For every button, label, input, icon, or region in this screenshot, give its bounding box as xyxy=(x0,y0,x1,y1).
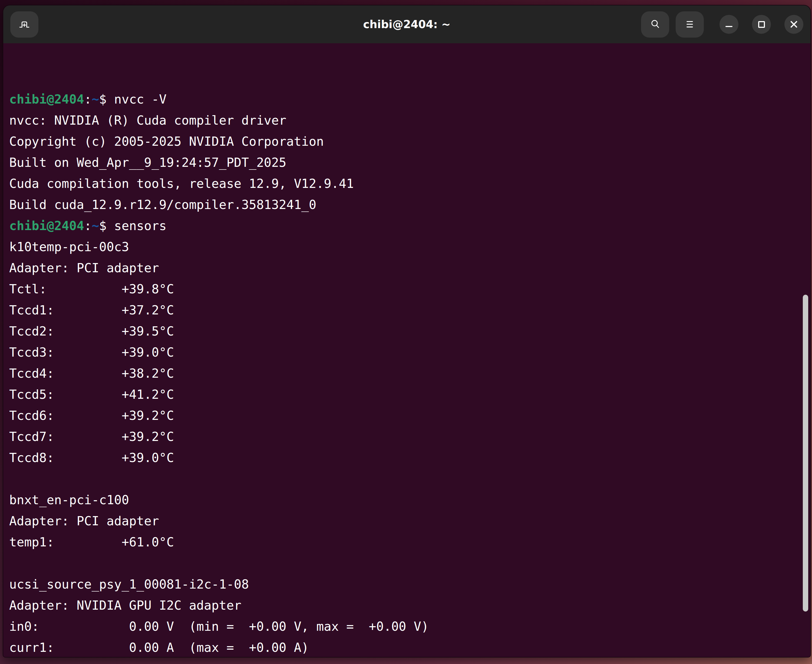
minimize-button[interactable] xyxy=(719,15,739,34)
terminal-line: Tctl: +39.8°C xyxy=(9,278,810,299)
terminal-line: Tccd3: +39.0°C xyxy=(9,342,810,363)
terminal-line: Built on Wed_Apr__9_19:24:57_PDT_2025 xyxy=(9,152,810,173)
new-tab-button[interactable] xyxy=(10,11,38,37)
terminal-line: chibi@2404:~$ sensors xyxy=(9,215,810,236)
terminal-line: Tccd8: +39.0°C xyxy=(9,447,810,468)
close-button[interactable] xyxy=(784,15,803,34)
terminal-line: in0: 0.00 V (min = +0.00 V, max = +0.00 … xyxy=(9,616,810,637)
window-title: chibi@2404: ~ xyxy=(363,18,450,31)
terminal-line: Tccd6: +39.2°C xyxy=(9,405,810,426)
terminal-line: bnxt_en-pci-c100 xyxy=(9,489,810,511)
terminal-output: chibi@2404:~$ nvcc -Vnvcc: NVIDIA (R) Cu… xyxy=(9,89,810,657)
titlebar-controls xyxy=(641,11,803,37)
terminal-line: Build cuda_12.9.r12.9/compiler.35813241_… xyxy=(9,194,810,215)
new-tab-icon xyxy=(15,15,34,33)
terminal-line: Adapter: PCI adapter xyxy=(9,511,810,532)
terminal-line: nvcc: NVIDIA (R) Cuda compiler driver xyxy=(9,110,810,131)
terminal-line: Tccd7: +39.2°C xyxy=(9,426,810,447)
search-icon xyxy=(646,15,665,33)
terminal-screen[interactable]: chibi@2404:~$ nvcc -Vnvcc: NVIDIA (R) Cu… xyxy=(3,43,810,657)
terminal-window: chibi@2404: ~ xyxy=(3,5,811,657)
desktop-wallpaper: { "window": { "title": "chibi@2404: ~" }… xyxy=(0,0,812,664)
terminal-line: Tccd2: +39.5°C xyxy=(9,321,810,342)
terminal-line: Tccd4: +38.2°C xyxy=(9,363,810,384)
terminal-line: temp1: +61.0°C xyxy=(9,532,810,553)
terminal-line: ucsi_source_psy_1_00081-i2c-1-08 xyxy=(9,574,810,595)
minimize-icon xyxy=(719,15,739,34)
scrollbar-thumb[interactable] xyxy=(803,295,808,612)
maximize-button[interactable] xyxy=(752,15,771,34)
terminal-line xyxy=(9,553,810,574)
menu-icon xyxy=(680,15,699,33)
titlebar: chibi@2404: ~ xyxy=(3,5,810,43)
terminal-line: curr1: 0.00 A (max = +0.00 A) xyxy=(9,637,810,657)
terminal-line: Tccd5: +41.2°C xyxy=(9,384,810,405)
close-icon xyxy=(784,15,803,34)
maximize-icon xyxy=(752,15,771,34)
terminal-line xyxy=(9,468,810,489)
terminal-line: chibi@2404:~$ nvcc -V xyxy=(9,89,810,110)
terminal-line: k10temp-pci-00c3 xyxy=(9,236,810,257)
terminal-line: Copyright (c) 2005-2025 NVIDIA Corporati… xyxy=(9,131,810,152)
menu-button[interactable] xyxy=(676,11,704,37)
search-button[interactable] xyxy=(641,11,669,37)
terminal-line: Tccd1: +37.2°C xyxy=(9,299,810,321)
terminal-line: Adapter: NVIDIA GPU I2C adapter xyxy=(9,595,810,616)
terminal-line: Cuda compilation tools, release 12.9, V1… xyxy=(9,173,810,194)
terminal-line: Adapter: PCI adapter xyxy=(9,257,810,278)
